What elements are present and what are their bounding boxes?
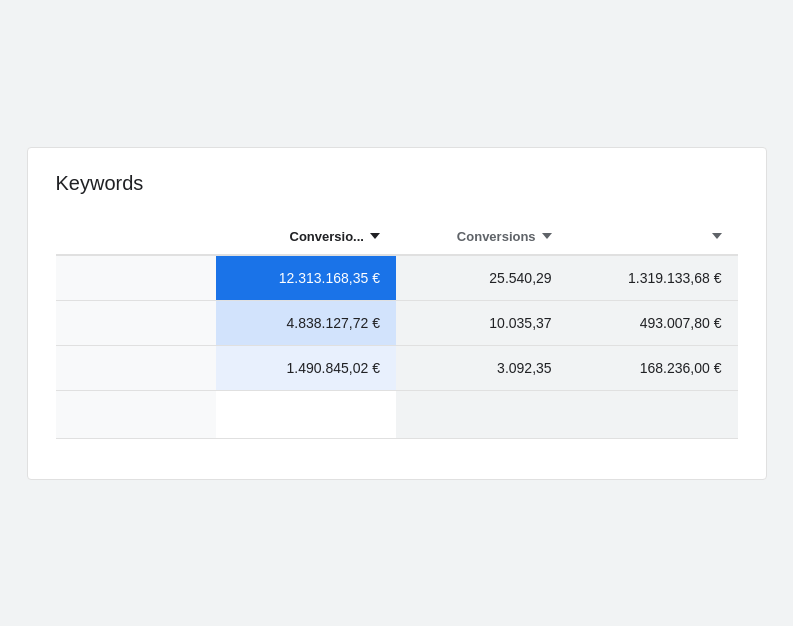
row2-conv2-cell: 10.035,37 [396,300,568,345]
row2-empty-cell [56,300,216,345]
col-header-conv1[interactable]: Conversio... [216,219,396,255]
keywords-card: Keywords Conversio... Conversions [27,147,767,480]
col2-dropdown-arrow[interactable] [542,233,552,239]
col3-dropdown-arrow[interactable] [712,233,722,239]
table-row: 12.313.168,35 € 25.540,29 1.319.133,68 € [56,255,738,301]
col-header-conv3[interactable] [568,219,738,255]
table-wrapper: Conversio... Conversions [56,219,738,439]
empty-row-cell2 [216,390,396,438]
empty-row-cell1 [56,390,216,438]
row1-empty-cell [56,255,216,301]
empty-row-cell3 [396,390,568,438]
row1-conv1-cell: 12.313.168,35 € [216,255,396,301]
col1-dropdown-arrow[interactable] [370,233,380,239]
row2-conv3-cell: 493.007,80 € [568,300,738,345]
col-header-conv2[interactable]: Conversions [396,219,568,255]
table-empty-row [56,390,738,438]
row3-empty-cell [56,345,216,390]
table-row: 4.838.127,72 € 10.035,37 493.007,80 € [56,300,738,345]
row2-conv1-cell: 4.838.127,72 € [216,300,396,345]
col-header-empty [56,219,216,255]
keywords-table: Conversio... Conversions [56,219,738,439]
row1-conv3-cell: 1.319.133,68 € [568,255,738,301]
card-title: Keywords [56,172,738,195]
row3-conv3-cell: 168.236,00 € [568,345,738,390]
empty-row-cell4 [568,390,738,438]
row1-conv2-cell: 25.540,29 [396,255,568,301]
table-row: 1.490.845,02 € 3.092,35 168.236,00 € [56,345,738,390]
row3-conv2-cell: 3.092,35 [396,345,568,390]
row3-conv1-cell: 1.490.845,02 € [216,345,396,390]
table-header-row: Conversio... Conversions [56,219,738,255]
